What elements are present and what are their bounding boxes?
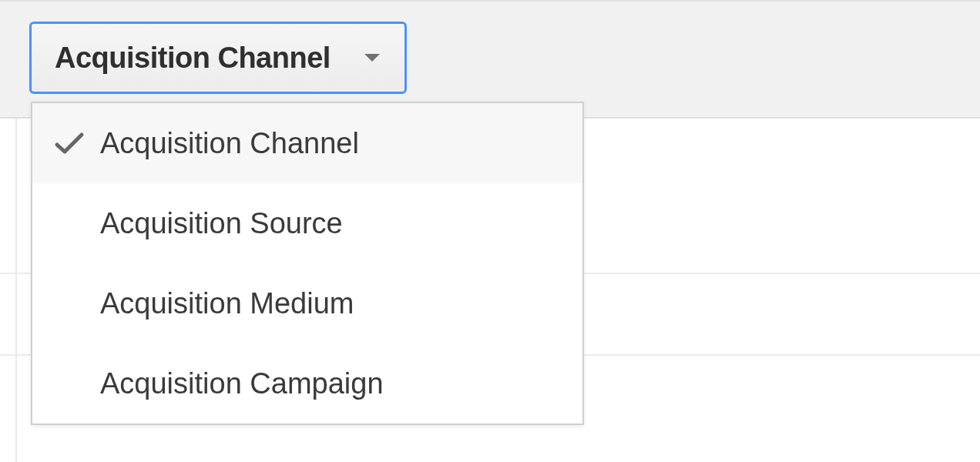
table-left-gutter — [0, 119, 17, 462]
dropdown-option-acquisition-source[interactable]: Acquisition Source — [32, 183, 582, 263]
dimension-dropdown-label: Acquisition Channel — [55, 42, 331, 75]
dropdown-option-label: Acquisition Medium — [100, 287, 564, 320]
check-icon — [54, 131, 100, 156]
dropdown-option-label: Acquisition Source — [100, 207, 564, 240]
dropdown-option-acquisition-channel[interactable]: Acquisition Channel — [32, 103, 582, 183]
dropdown-option-acquisition-medium[interactable]: Acquisition Medium — [32, 263, 582, 343]
caret-down-icon — [363, 52, 381, 63]
dropdown-option-acquisition-campaign[interactable]: Acquisition Campaign — [32, 343, 582, 424]
dropdown-option-label: Acquisition Campaign — [100, 367, 564, 400]
dimension-dropdown-panel: Acquisition Channel Acquisition Source A… — [31, 102, 584, 425]
dropdown-option-label: Acquisition Channel — [100, 127, 564, 160]
page-root: Acquisition Channel Acquisition Channel … — [0, 0, 980, 462]
dimension-dropdown-button[interactable]: Acquisition Channel — [29, 22, 407, 94]
svg-marker-0 — [364, 54, 380, 62]
